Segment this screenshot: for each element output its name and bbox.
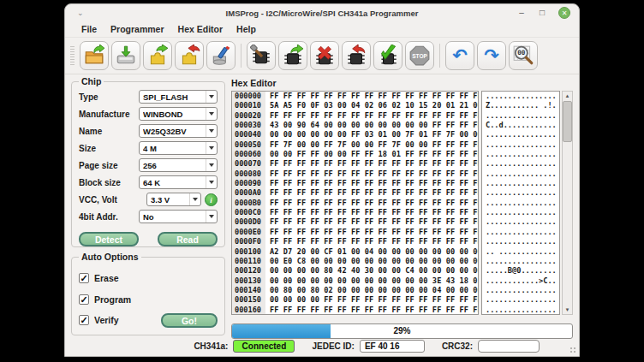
find-hex-button[interactable]: 00 — [509, 41, 538, 70]
menu-help[interactable]: Help — [230, 22, 262, 36]
hex-bytes[interactable]: A2 D7 20 00 CF 01 00 04 00 00 00 00 00 0… — [265, 247, 479, 257]
hex-row[interactable]: 000020FF FF FF FF FF FF FF FF FF FF FF F… — [232, 111, 478, 121]
hex-bytes[interactable]: FF 7F 00 00 FF 7F 00 00 FF 7F 00 00 FF F… — [265, 140, 479, 150]
menu-hex-editor[interactable]: Hex Editor — [172, 22, 230, 36]
hex-row[interactable]: 00014000 80 00 80 02 00 00 00 00 00 00 0… — [232, 286, 478, 295]
ascii-row[interactable]: ................ — [482, 169, 559, 179]
open-part-button[interactable] — [143, 41, 172, 70]
ascii-row[interactable]: ................ — [482, 92, 559, 101]
undo-button[interactable]: ↶ — [445, 41, 474, 70]
close-button[interactable]: ✕ — [558, 7, 570, 19]
scroll-up-icon[interactable]: ▲ — [565, 92, 570, 100]
hex-row[interactable]: 0000A0FF FF FF FF FF FF FF FF FF FF FF F… — [232, 188, 478, 198]
hex-row[interactable]: 00003043 00 90 64 00 00 00 00 00 00 00 0… — [232, 121, 478, 130]
hex-bytes[interactable]: FF FF FF FF FF FF FF FF FF FF FF FF FF F… — [265, 208, 479, 217]
hex-row[interactable]: 00006000 00 FF FF 00 00 FF FF 18 01 FF F… — [232, 150, 478, 159]
chip-manufacture-select[interactable]: WINBOND — [139, 107, 218, 121]
crc32-field[interactable] — [478, 340, 540, 353]
hex-bytes[interactable]: 43 00 90 64 00 00 00 00 00 00 00 00 FF F… — [265, 121, 479, 130]
hex-row[interactable]: 00004000 00 00 00 00 00 FF 03 01 00 7F 0… — [232, 130, 478, 139]
hex-bytes[interactable]: FF FF FF FF FF FF FF FF FF FF FF FF FF F… — [265, 199, 479, 208]
ascii-row[interactable]: ................ — [482, 150, 559, 159]
maximize-button[interactable]: □ — [538, 9, 546, 17]
ascii-row[interactable]: ................ — [482, 130, 559, 139]
hex-row[interactable]: 000090FF FF FF FF FF FF FF FF FF FF FF F… — [232, 179, 478, 188]
ascii-row[interactable]: ................ — [482, 286, 559, 295]
chip-size-select[interactable]: 4 M — [139, 141, 218, 155]
hex-row[interactable]: 0000105A A5 F0 0F 03 00 04 02 06 02 10 1… — [232, 101, 478, 110]
hex-bytes[interactable]: FF FF FF FF FF FF FF FF FF FF FF FF FF F… — [265, 217, 479, 227]
scroll-down-icon[interactable]: ▼ — [565, 306, 570, 314]
titlebar[interactable]: ⌄ IMSProg - I2C/MicroWire/SPI CH341a Pro… — [65, 4, 579, 21]
hex-bytes[interactable]: FF FF FF FF FF FF FF FF FF FF FF FF FF F… — [265, 159, 479, 169]
hex-row[interactable]: 00011000 E0 C8 00 00 00 00 00 00 00 00 0… — [232, 257, 478, 266]
erase-chip-button[interactable] — [310, 41, 339, 70]
edit-buffer-button[interactable] — [206, 41, 236, 70]
open-file-button[interactable] — [80, 41, 109, 70]
read-chip-button[interactable] — [278, 41, 307, 70]
hex-row[interactable]: 0000E0FF FF FF FF FF FF FF FF FF FF FF F… — [232, 228, 478, 237]
ascii-row[interactable]: ................ — [482, 295, 559, 305]
chip-name-select[interactable]: W25Q32BV — [139, 124, 218, 138]
hex-bytes[interactable]: 00 00 00 00 00 00 FF 03 01 00 7F 01 FF 7… — [265, 130, 479, 139]
hex-bytes[interactable]: 00 00 FF FF 00 00 FF FF 18 01 FF FF FF F… — [265, 150, 479, 159]
ascii-row[interactable]: ................ — [482, 228, 559, 237]
hex-bytes[interactable]: FF FF FF FF FF FF FF FF FF FF FF FF FF F… — [265, 169, 479, 179]
ascii-row[interactable]: .. ............. — [482, 247, 559, 257]
verify-checkbox[interactable] — [79, 315, 89, 325]
save-file-button[interactable] — [111, 41, 140, 70]
hex-row[interactable]: 00013000 00 00 00 00 00 00 00 00 00 00 0… — [232, 276, 478, 286]
chip-page-size-select[interactable]: 256 — [139, 158, 218, 172]
ascii-row[interactable]: ................ — [482, 208, 559, 217]
hex-row[interactable]: 0000C0FF FF FF FF FF FF FF FF FF FF FF F… — [232, 208, 478, 217]
hex-bytes[interactable]: FF FF FF FF FF FF FF FF FF FF FF FF FF F… — [265, 306, 479, 315]
detect-chip-button[interactable] — [247, 41, 276, 70]
ascii-row[interactable]: C..d............ — [482, 121, 559, 130]
ascii-row[interactable]: .....B@0........ — [482, 266, 559, 276]
ascii-row[interactable]: ................ — [482, 140, 559, 150]
ascii-row[interactable]: ................ — [482, 159, 559, 169]
hex-row[interactable]: 0000D0FF FF FF FF FF FF FF FF FF FF FF F… — [232, 217, 478, 227]
ascii-row[interactable]: ................ — [482, 199, 559, 208]
hex-row[interactable]: 0000F0FF FF FF FF FF FF FF FF FF FF FF F… — [232, 237, 478, 246]
ascii-row[interactable]: ............>C.. — [482, 276, 559, 286]
toolbar-drag-handle[interactable] — [70, 46, 75, 65]
hex-row[interactable]: 000050FF 7F 00 00 FF 7F 00 00 FF 7F 00 0… — [232, 140, 478, 150]
minimize-button[interactable]: – — [517, 9, 526, 17]
erase-checkbox[interactable] — [79, 273, 89, 283]
hex-row[interactable]: 000080FF FF FF FF FF FF FF FF FF FF FF F… — [232, 169, 478, 179]
chip-vcc-select[interactable]: 3.3 V — [146, 193, 201, 206]
menu-file[interactable]: File — [75, 22, 103, 36]
hex-bytes[interactable]: FF FF FF FF FF FF FF FF FF FF FF FF FF F… — [265, 92, 479, 101]
hex-scrollbar[interactable]: ▲ ▼ — [562, 91, 573, 315]
hex-row[interactable]: 000000FF FF FF FF FF FF FF FF FF FF FF F… — [232, 92, 478, 101]
ascii-row[interactable]: ................ — [482, 111, 559, 121]
menu-programmer[interactable]: Programmer — [104, 22, 170, 36]
hex-row[interactable]: 000160FF FF FF FF FF FF FF FF FF FF FF F… — [232, 306, 478, 315]
program-checkbox[interactable] — [79, 294, 89, 305]
ascii-row[interactable]: ................ — [482, 306, 559, 315]
hex-bytes[interactable]: 00 00 00 00 00 00 00 00 00 00 00 00 3E 4… — [265, 276, 479, 286]
stop-button[interactable]: STOP — [405, 41, 434, 70]
hex-row[interactable]: 00012000 00 00 00 80 42 40 30 00 00 C4 0… — [232, 266, 478, 276]
hex-bytes[interactable]: 00 00 00 00 FF FF FF FF FF FF FF FF FF F… — [265, 295, 479, 305]
hex-bytes[interactable]: 5A A5 F0 0F 03 00 04 02 06 02 10 15 20 0… — [265, 101, 479, 110]
chip-block-size-select[interactable]: 64 K — [139, 175, 218, 189]
info-button[interactable]: i — [205, 193, 218, 206]
ascii-row[interactable]: ................ — [482, 237, 559, 246]
hex-row[interactable]: 000100A2 D7 20 00 CF 01 00 04 00 00 00 0… — [232, 247, 478, 257]
hex-row[interactable]: 00015000 00 00 00 FF FF FF FF FF FF FF F… — [232, 295, 478, 305]
chip-4bit-addr-select[interactable]: No — [139, 210, 218, 223]
ascii-row[interactable]: Z........... .!. — [482, 101, 559, 110]
hex-bytes[interactable]: FF FF FF FF FF FF FF FF FF FF FF FF FF F… — [265, 188, 479, 198]
redo-button[interactable]: ↷ — [477, 41, 506, 70]
verify-chip-button[interactable] — [373, 41, 402, 70]
detect-button[interactable]: Detect — [79, 232, 139, 246]
hex-row[interactable]: 000070FF FF FF FF FF FF FF FF FF FF FF F… — [232, 159, 478, 169]
hex-row[interactable]: 0000B0FF FF FF FF FF FF FF FF FF FF FF F… — [232, 199, 478, 208]
hex-grid[interactable]: 000000FF FF FF FF FF FF FF FF FF FF FF F… — [231, 91, 479, 315]
hex-bytes[interactable]: FF FF FF FF FF FF FF FF FF FF FF FF FF F… — [265, 237, 479, 246]
ascii-column[interactable]: ................Z........... .!.........… — [481, 91, 560, 315]
read-button[interactable]: Read — [158, 232, 218, 246]
hex-bytes[interactable]: FF FF FF FF FF FF FF FF FF FF FF FF FF F… — [265, 228, 479, 237]
